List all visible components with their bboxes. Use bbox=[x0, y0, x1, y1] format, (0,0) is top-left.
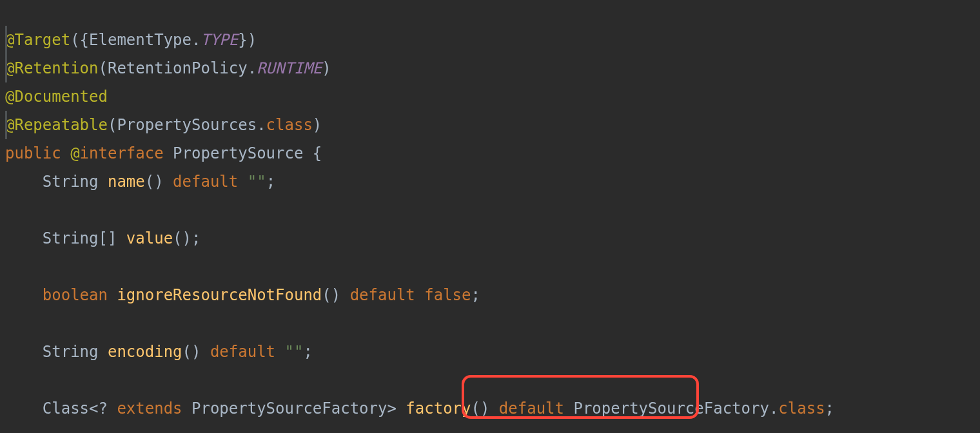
space bbox=[164, 144, 173, 162]
keyword-boolean: boolean bbox=[43, 286, 108, 304]
code-editor[interactable]: @Target({ElementType.TYPE}) @Retention(R… bbox=[5, 26, 980, 423]
method-encoding: encoding bbox=[108, 343, 182, 361]
method-value: value bbox=[126, 229, 173, 247]
code-line-8[interactable]: boolean ignoreResourceNotFound() default… bbox=[5, 281, 980, 309]
annotation-at: @ bbox=[70, 144, 79, 162]
gutter-marker bbox=[5, 54, 7, 82]
punct: }) bbox=[238, 31, 257, 49]
annotation-target: Target bbox=[14, 31, 70, 49]
enum-runtime: RUNTIME bbox=[257, 59, 322, 77]
string-literal: " bbox=[294, 343, 303, 361]
indent bbox=[5, 229, 43, 247]
method-ignoreresourcenotfound: ignoreResourceNotFound bbox=[117, 286, 322, 304]
space bbox=[182, 399, 191, 418]
indent bbox=[5, 343, 43, 361]
type-string-array: String[] bbox=[43, 229, 126, 247]
indent bbox=[5, 286, 43, 304]
type-class-generic: Class<? bbox=[43, 399, 117, 418]
keyword-default: default bbox=[173, 173, 238, 191]
annotation-documented: Documented bbox=[14, 88, 108, 106]
code-line-4[interactable]: @Repeatable(PropertySources.class) bbox=[5, 111, 980, 139]
parens: () bbox=[322, 286, 349, 304]
type-propertysourcefactory: PropertySourceFactory> bbox=[191, 399, 406, 418]
keyword-default: default bbox=[499, 399, 564, 418]
code-line-blank[interactable] bbox=[5, 366, 980, 394]
keyword-class: class bbox=[778, 399, 825, 418]
code-line-6[interactable]: String name() default ""; bbox=[5, 168, 980, 196]
keyword-default: default bbox=[350, 286, 415, 304]
code-line-1[interactable]: @Target({ElementType.TYPE}) bbox=[5, 26, 980, 54]
keyword-default: default bbox=[210, 343, 275, 361]
code-line-5[interactable]: public @interface PropertySource { bbox=[5, 139, 980, 168]
code-line-blank[interactable] bbox=[5, 253, 980, 281]
type-retentionpolicy: RetentionPolicy bbox=[108, 59, 248, 77]
keyword-class: class bbox=[266, 116, 313, 134]
parens: () bbox=[471, 399, 499, 418]
brace-open: { bbox=[303, 144, 322, 162]
annotation-retention: Retention bbox=[14, 59, 98, 77]
space bbox=[415, 286, 424, 304]
semicolon: ; bbox=[471, 286, 480, 304]
code-line-blank[interactable] bbox=[5, 196, 980, 224]
enum-type: TYPE bbox=[201, 31, 238, 49]
gutter-marker bbox=[5, 111, 7, 139]
punct: ( bbox=[108, 116, 117, 134]
keyword-extends: extends bbox=[117, 399, 182, 418]
annotation-at: @ bbox=[5, 88, 14, 106]
punct: . bbox=[191, 31, 201, 49]
semicolon: ; bbox=[266, 173, 275, 191]
dot: . bbox=[769, 399, 778, 418]
code-line-7[interactable]: String[] value(); bbox=[5, 224, 980, 253]
punct: ({ bbox=[70, 31, 89, 49]
parens: () bbox=[182, 343, 210, 361]
code-line-2[interactable]: @Retention(RetentionPolicy.RUNTIME) bbox=[5, 54, 980, 82]
method-factory: factory bbox=[406, 399, 471, 418]
code-line-9[interactable]: String encoding() default ""; bbox=[5, 338, 980, 366]
string-literal: " bbox=[285, 343, 294, 361]
parens: (); bbox=[173, 229, 201, 247]
space bbox=[238, 173, 247, 191]
punct: . bbox=[248, 59, 257, 77]
gutter-marker bbox=[5, 26, 7, 54]
string-literal: " bbox=[248, 173, 257, 191]
annotation-repeatable: Repeatable bbox=[14, 116, 108, 134]
indent bbox=[5, 173, 43, 191]
space bbox=[108, 286, 117, 304]
punct: . bbox=[257, 116, 266, 134]
punct: ) bbox=[313, 116, 322, 134]
semicolon: ; bbox=[303, 343, 312, 361]
indent bbox=[5, 399, 43, 418]
punct: ) bbox=[322, 59, 331, 77]
code-line-10[interactable]: Class<? extends PropertySourceFactory> f… bbox=[5, 394, 980, 423]
code-line-3[interactable]: @Documented bbox=[5, 82, 980, 111]
type-propertysources: PropertySources bbox=[117, 116, 257, 134]
keyword-interface: interface bbox=[80, 144, 164, 162]
type-string: String bbox=[43, 343, 108, 361]
code-line-blank[interactable] bbox=[5, 309, 980, 338]
semicolon: ; bbox=[825, 399, 834, 418]
keyword-false: false bbox=[424, 286, 471, 304]
type-propertysource: PropertySource bbox=[173, 144, 303, 162]
punct: ( bbox=[99, 59, 108, 77]
parens: () bbox=[145, 173, 173, 191]
type-string: String bbox=[43, 173, 108, 191]
space bbox=[275, 343, 284, 361]
string-literal: " bbox=[257, 173, 266, 191]
type-propertysourcefactory-2: PropertySourceFactory bbox=[573, 399, 769, 418]
keyword-public: public bbox=[5, 144, 70, 162]
method-name: name bbox=[108, 173, 145, 191]
type-elementtype: ElementType bbox=[89, 31, 191, 49]
space bbox=[564, 399, 573, 418]
